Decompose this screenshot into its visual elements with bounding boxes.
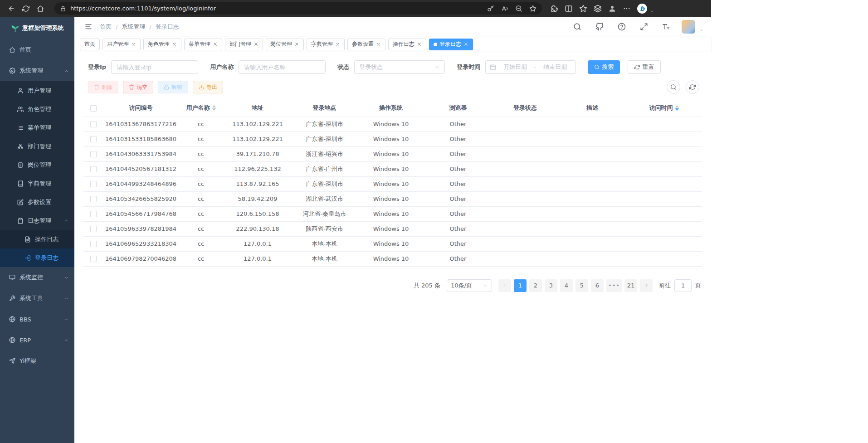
table-row[interactable]: 1641069652933218304 cc 127.0.0.1 本地-本机 W… — [83, 236, 702, 251]
row-checkbox[interactable] — [90, 151, 97, 157]
sidebar-item-dict-management[interactable]: 字典管理 — [0, 174, 74, 193]
tab-close-icon[interactable] — [172, 42, 177, 47]
sidebar-item-login-log[interactable]: 登录日志 — [0, 248, 74, 267]
site-info-lock-icon[interactable] — [60, 5, 66, 12]
tab-close-icon[interactable] — [417, 42, 422, 47]
zoom-out-icon[interactable] — [515, 5, 522, 12]
profile-avatar-icon[interactable] — [608, 5, 616, 13]
url-text[interactable]: https://ccnetcore.com:1101/system/log/lo… — [70, 5, 483, 12]
sidebar-item-system-tools[interactable]: 系统工具 — [0, 288, 74, 309]
sidebar-item-system-management[interactable]: 系统管理 — [0, 60, 74, 81]
user-name-input[interactable] — [239, 60, 326, 74]
tab[interactable]: 部门管理 — [225, 39, 263, 50]
search-button[interactable]: 搜索 — [588, 60, 620, 74]
table-row[interactable]: 1641044520567181312 cc 112.96.225.132 广东… — [83, 161, 702, 176]
tab[interactable]: 用户管理 — [102, 39, 141, 50]
tab-close-icon[interactable] — [294, 42, 299, 47]
tab-close-icon[interactable] — [213, 42, 218, 47]
row-checkbox[interactable] — [90, 121, 97, 127]
tab[interactable]: 角色管理 — [143, 39, 181, 50]
table-row[interactable]: 1641044993248464896 cc 113.87.92.165 广东省… — [83, 176, 702, 191]
row-checkbox[interactable] — [90, 196, 97, 202]
page-button[interactable]: 4 — [560, 279, 573, 292]
app-logo[interactable]: 意框架管理系统 — [0, 17, 74, 39]
tab[interactable]: 操作日志 — [388, 39, 426, 50]
breadcrumb-home[interactable]: 首页 — [100, 23, 112, 31]
tab-close-icon[interactable] — [463, 42, 468, 47]
sort-carets-icon[interactable] — [212, 105, 216, 111]
date-start-placeholder[interactable]: 开始日期 — [499, 63, 532, 71]
split-screen-icon[interactable] — [565, 5, 573, 13]
font-size-button[interactable] — [659, 20, 673, 34]
password-key-icon[interactable] — [487, 5, 494, 12]
clear-button[interactable]: 清空 — [123, 81, 153, 93]
tab-close-icon[interactable] — [376, 42, 381, 47]
sidebar-item-user-management[interactable]: 用户管理 — [0, 81, 74, 100]
sidebar-item-menu-management[interactable]: 菜单管理 — [0, 118, 74, 137]
row-checkbox[interactable] — [90, 136, 97, 142]
extensions-icon[interactable] — [550, 5, 558, 13]
table-row[interactable]: 1641053426655825920 cc 58.19.42.209 湖北省-… — [83, 191, 702, 206]
page-button[interactable]: 5 — [575, 279, 588, 292]
sidebar-item-param-settings[interactable]: 参数设置 — [0, 193, 74, 211]
prev-page-button[interactable] — [498, 279, 511, 292]
delete-button[interactable]: 删除 — [88, 81, 118, 93]
next-page-button[interactable] — [640, 279, 653, 292]
read-aloud-icon[interactable] — [501, 5, 508, 12]
page-size-select[interactable]: 10条/页 — [447, 279, 492, 292]
breadcrumb-system[interactable]: 系统管理 — [122, 23, 145, 31]
unlock-button[interactable]: 解锁 — [158, 81, 188, 93]
page-button[interactable]: 3 — [545, 279, 557, 292]
header-search-button[interactable] — [571, 20, 584, 34]
github-button[interactable] — [593, 20, 606, 34]
sidebar-item-role-management[interactable]: 角色管理 — [0, 100, 74, 118]
page-button[interactable]: 6 — [591, 279, 604, 292]
browser-home-button[interactable] — [34, 2, 47, 15]
tab-close-icon[interactable] — [254, 42, 258, 47]
page-button[interactable]: 2 — [529, 279, 542, 292]
sidebar-item-department-management[interactable]: 部门管理 — [0, 137, 74, 156]
toggle-search-button[interactable] — [667, 80, 680, 94]
page-button[interactable]: ••• — [606, 279, 622, 292]
copilot-icon[interactable]: b — [637, 4, 647, 14]
sidebar-item-yi-framework[interactable]: Yi框架 — [0, 351, 74, 371]
export-button[interactable]: 导出 — [193, 81, 223, 93]
row-checkbox[interactable] — [90, 166, 97, 172]
date-end-placeholder[interactable]: 结束日期 — [539, 63, 572, 71]
page-button[interactable]: 1 — [514, 279, 527, 292]
tab-close-icon[interactable] — [131, 42, 136, 47]
login-ip-input[interactable] — [111, 60, 198, 74]
select-all-checkbox[interactable] — [90, 105, 97, 112]
reset-button[interactable]: 重置 — [628, 60, 661, 74]
table-row[interactable]: 1641043063331753984 cc 39.171.210.78 浙江省… — [83, 146, 702, 161]
refresh-table-button[interactable] — [686, 80, 699, 94]
tab[interactable]: 参数设置 — [347, 39, 385, 50]
tab[interactable]: 岗位管理 — [266, 39, 304, 50]
sidebar-item-log-management[interactable]: 日志管理 — [0, 211, 74, 230]
user-avatar[interactable] — [682, 20, 695, 34]
goto-page-input[interactable] — [674, 279, 692, 292]
sidebar-item-erp[interactable]: ERP — [0, 330, 74, 351]
address-bar[interactable]: https://ccnetcore.com:1101/system/log/lo… — [54, 2, 542, 15]
favorites-add-star-icon[interactable] — [529, 5, 536, 12]
tab-close-icon[interactable] — [335, 42, 340, 47]
help-button[interactable] — [615, 20, 629, 34]
page-button[interactable]: 21 — [624, 279, 637, 292]
row-checkbox[interactable] — [90, 181, 97, 187]
sidebar-item-bbs[interactable]: BBS — [0, 309, 74, 330]
row-checkbox[interactable] — [90, 226, 97, 232]
row-checkbox[interactable] — [90, 241, 97, 247]
status-select[interactable]: 登录状态 — [354, 60, 445, 74]
table-row[interactable]: 1641031533185863680 cc 113.102.129.221 广… — [83, 131, 702, 146]
favorites-star-icon[interactable] — [579, 5, 587, 13]
tab[interactable]: 菜单管理 — [184, 39, 222, 50]
back-button[interactable] — [5, 2, 18, 15]
table-row[interactable]: 1641069798270046208 cc 127.0.0.1 本地-本机 W… — [83, 251, 702, 266]
browser-menu-dots-icon[interactable] — [623, 5, 631, 13]
sidebar-item-system-monitor[interactable]: 系统监控 — [0, 267, 74, 288]
date-range-picker[interactable]: 开始日期 - 结束日期 — [485, 60, 576, 74]
tab[interactable]: 首页 — [80, 39, 100, 50]
collections-icon[interactable] — [594, 5, 602, 13]
sidebar-item-operation-log[interactable]: 操作日志 — [0, 230, 74, 248]
table-row[interactable]: 1641031367863177216 cc 113.102.129.221 广… — [83, 117, 702, 131]
